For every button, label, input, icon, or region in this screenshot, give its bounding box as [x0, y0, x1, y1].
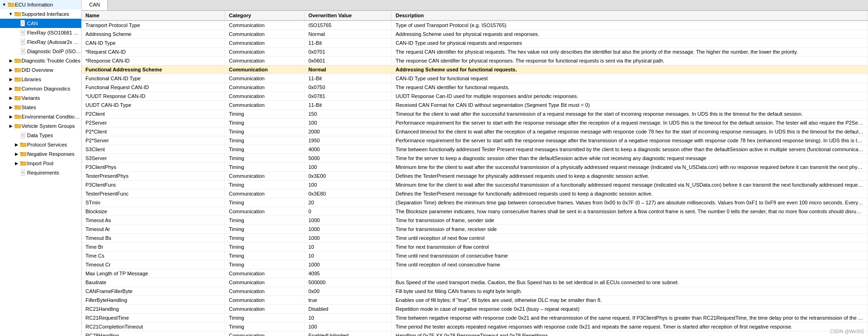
table-row[interactable]: Time CsTiming10Time until next transmiss…	[82, 252, 868, 260]
cell-description: The response CAN identifier for physical…	[392, 56, 868, 65]
sidebar-item-import-pool[interactable]: ▶Import Pool	[0, 159, 81, 168]
table-row[interactable]: Functional CAN-ID TypeCommunication11-Bi…	[82, 74, 868, 83]
cell-description: Defines the TesterPresent message for fu…	[392, 189, 868, 198]
table-row[interactable]: Timeout BsTiming1000Time until reception…	[82, 234, 868, 243]
cell-category: Communication	[225, 74, 304, 83]
cell-name: RC21Handling	[82, 305, 225, 314]
sidebar-item-environmental[interactable]: ▶Environmental Condition Groups	[0, 112, 81, 121]
table-row[interactable]: P2*ServerTiming1950Performance requireme…	[82, 136, 868, 145]
table-row[interactable]: UUDT CAN-ID TypeCommunication11-BitRecei…	[82, 101, 868, 110]
table-row[interactable]: P2ServerTiming100Performance requirement…	[82, 119, 868, 127]
svg-rect-25	[14, 77, 17, 78]
table-row[interactable]: P2*ClientTiming2000Enhanced timeout for …	[82, 127, 868, 136]
tree-icon-vehicle-system	[14, 122, 21, 130]
table-row[interactable]: Timeout CrTiming1000Time until reception…	[82, 260, 868, 269]
sidebar-item-diagnostic-trouble[interactable]: ▶Diagnostic Trouble Codes	[0, 56, 81, 65]
table-row[interactable]: P2ClientTiming150Timeout for the client …	[82, 110, 868, 119]
table-row[interactable]: BlocksizeCommunication0The Blocksize par…	[82, 207, 868, 216]
cell-name: Functional CAN-ID Type	[82, 74, 225, 83]
table-row[interactable]: RC21HandlingCommunicationDisabledRepetit…	[82, 305, 868, 314]
cell-description: The Blocksize parameter indicates, how m…	[392, 207, 868, 216]
table-row[interactable]: *UUDT Response CAN-IDCommunication0x0781…	[82, 92, 868, 101]
table-row[interactable]: *Request CAN-IDCommunication0x0701The re…	[82, 48, 868, 56]
table-row[interactable]: Transport Protocol TypeCommunicationISO1…	[82, 21, 868, 30]
tree-icon-import-pool	[20, 160, 27, 167]
cell-category: Communication	[225, 269, 304, 278]
cell-value: 20	[304, 198, 392, 207]
table-row[interactable]: RC21RequestTimeTiming10Time between nega…	[82, 314, 868, 322]
cell-description: Addressing Scheme used for functional re…	[392, 65, 868, 74]
sidebar-item-vehicle-system[interactable]: ▶Vehicle System Groups	[0, 121, 81, 131]
sidebar-item-can[interactable]: CAN	[0, 19, 81, 28]
table-row[interactable]: Max Length of TP MessageCommunication409…	[82, 269, 868, 278]
cell-description: Minimum time for the client to wait afte…	[392, 181, 868, 189]
svg-rect-43	[20, 152, 23, 153]
table-row[interactable]: STminTiming20(Separation Time) defines t…	[82, 198, 868, 207]
tree-icon-flexray-autosar	[20, 38, 27, 46]
sidebar-item-states[interactable]: ▶States	[0, 103, 81, 112]
cell-name: S3Client	[82, 145, 225, 154]
cell-name: Timeout Ar	[82, 225, 225, 234]
table-row[interactable]: S3ServerTiming5000Time for the server to…	[82, 154, 868, 163]
sidebar-item-supported-interfaces[interactable]: ▼Supported Interfaces	[0, 9, 81, 19]
cell-category: Timing	[225, 110, 304, 119]
expand-icon-diagnostic-doip	[13, 48, 20, 55]
tree-label-data-types: Data Types	[27, 133, 81, 138]
sidebar-item-data-types[interactable]: Data Types	[0, 131, 81, 140]
table-row[interactable]: Time BrTiming10Time for next transmissio…	[82, 243, 868, 252]
sidebar-item-flexray-iso[interactable]: FlexRay (ISO10681 TP)	[0, 28, 81, 37]
tree-icon-supported-interfaces	[14, 10, 21, 18]
cell-value: 4000	[304, 145, 392, 154]
cell-description: Time for transmission of frame, sender s…	[392, 216, 868, 225]
table-row[interactable]: CANFrameFillerByteCommunication0x00Fill …	[82, 287, 868, 296]
sidebar-item-common-diagnostics[interactable]: ▶Common Diagnostics	[0, 84, 81, 93]
sidebar-item-requirements[interactable]: Requirements	[0, 168, 81, 177]
cell-name: Timeout Bs	[82, 234, 225, 243]
sidebar-item-diagnostic-doip[interactable]: Diagnostic DoIP (ISO134	[0, 47, 81, 56]
tab-can[interactable]: CAN	[82, 0, 108, 10]
cell-description: UUDT Response Can-ID used for multiple r…	[392, 92, 868, 101]
table-row[interactable]: Addressing SchemeCommunicationNormalAddr…	[82, 30, 868, 39]
cell-value: Normal	[304, 65, 392, 74]
cell-description: Handling of 0x7F XX 0x78 ResponseTimeout…	[392, 331, 868, 336]
cell-name: *UUDT Response CAN-ID	[82, 92, 225, 101]
sidebar-item-did-overview[interactable]: ▶DID Overview	[0, 65, 81, 75]
sidebar-item-variants[interactable]: ▶Variants	[0, 93, 81, 103]
cell-description: Time until reception of next consecutive…	[392, 260, 868, 269]
table-row[interactable]: RC78HandlingCommunicationEnabledUnlimite…	[82, 331, 868, 336]
sidebar-item-protocol-services[interactable]: ▶Protocol Services	[0, 140, 81, 149]
cell-name: Functional Request CAN-ID	[82, 83, 225, 92]
expand-icon-supported-interfaces: ▼	[7, 11, 14, 17]
table-row[interactable]: P3ClientPhysTiming100Minimum time for th…	[82, 163, 868, 172]
cell-description: Repetition mode in case of negative resp…	[392, 305, 868, 314]
cell-category: Communication	[225, 278, 304, 287]
table-row[interactable]: Functional Request CAN-IDCommunication0x…	[82, 83, 868, 92]
sidebar-item-flexray-autosar[interactable]: FlexRay (Autosar2x TP)	[0, 37, 81, 47]
cell-name: STmin	[82, 198, 225, 207]
table-row[interactable]: TesterPresentFuncCommunication0x3E80Defi…	[82, 189, 868, 198]
table-row[interactable]: BaudrateCommunication500000Bus Speed of …	[82, 278, 868, 287]
tree-icon-negative-responses	[20, 150, 27, 158]
table-row[interactable]: S3ClientTiming4000Time between functiona…	[82, 145, 868, 154]
table-row[interactable]: Timeout ArTiming1000Time for transmissio…	[82, 225, 868, 234]
sidebar-item-libraries[interactable]: ▶Libraries	[0, 75, 81, 84]
table-row[interactable]: Timeout AsTiming1000Time for transmissio…	[82, 216, 868, 225]
cell-value: 100	[304, 181, 392, 189]
table-row[interactable]: CAN-ID TypeCommunication11-BitCAN-ID Typ…	[82, 39, 868, 48]
table-container[interactable]: Name Category Overwritten Value Descript…	[82, 11, 868, 336]
cell-description: The request CAN identifier for physical …	[392, 48, 868, 56]
table-row[interactable]: TesterPresentPhysCommunication0x3E00Defi…	[82, 172, 868, 181]
sidebar-item-negative-responses[interactable]: ▶Negative Responses	[0, 149, 81, 159]
cell-value: Normal	[304, 30, 392, 39]
table-row[interactable]: Functional Addressing SchemeCommunicatio…	[82, 65, 868, 74]
sidebar-item-ecu-info[interactable]: ▼ECU Information	[0, 0, 81, 9]
cell-value: Disabled	[304, 305, 392, 314]
cell-category: Communication	[225, 305, 304, 314]
table-row[interactable]: *Response CAN-IDCommunication0x0601The r…	[82, 56, 868, 65]
table-row[interactable]: RC21CompletionTimeoutTiming100Time perio…	[82, 322, 868, 331]
cell-description: Fill byte used for filling CAN frames to…	[392, 287, 868, 296]
expand-icon-flexray-iso	[13, 29, 20, 36]
table-row[interactable]: P3ClientFuncTiming100Minimum time for th…	[82, 181, 868, 189]
tree-label-requirements: Requirements	[27, 170, 81, 175]
table-row[interactable]: FillerByteHandlingCommunicationtrueEnabl…	[82, 296, 868, 305]
